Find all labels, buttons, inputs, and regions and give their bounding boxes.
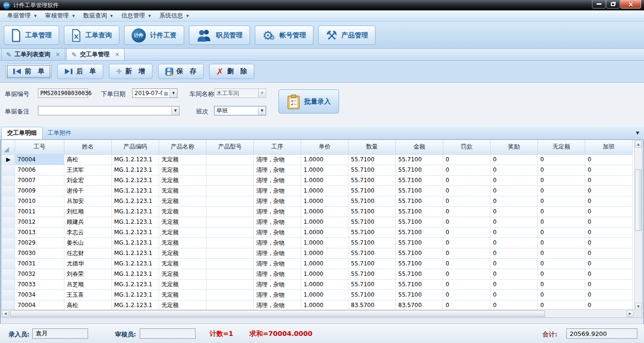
cell[interactable]: 李志云 [64,227,112,237]
cell[interactable]: 83.5700 [396,300,443,310]
cell[interactable]: 0 [585,300,633,310]
column-header[interactable]: 加班 [585,140,633,154]
cell[interactable]: 清理，杂物 [254,217,301,227]
cell[interactable]: 尤德华 [64,258,112,269]
row-selector[interactable] [2,185,15,196]
cell[interactable]: 清理，杂物 [254,300,301,310]
cell[interactable]: 0 [538,237,585,248]
cell[interactable]: MG.1.2.123.1 [112,175,159,185]
table-row[interactable]: 70034王玉喜MG.1.2.123.1无定额清理，杂物1.000055.710… [2,290,633,300]
cell[interactable]: 0 [585,227,633,237]
cell[interactable]: MG.1.2.123.1 [112,279,159,290]
horizontal-scrollbar[interactable]: ◀ ▶ [1,309,634,317]
cell[interactable]: 0 [443,206,491,217]
row-selector[interactable] [2,175,15,185]
cell[interactable]: 55.7100 [349,237,396,248]
cell[interactable] [206,300,254,310]
cell[interactable]: 1.0000 [301,227,349,237]
cell[interactable]: 0 [491,217,538,227]
cell[interactable] [206,154,254,165]
cell[interactable]: 0 [491,165,538,175]
employee-management-button[interactable]: 职员管理 [189,26,250,45]
cell[interactable]: 无定额 [159,165,206,175]
cell[interactable]: 55.7100 [396,269,443,279]
cell[interactable] [206,290,254,300]
cell[interactable]: 1.0000 [301,206,349,217]
cell[interactable] [206,196,254,206]
cell[interactable]: 王玉喜 [64,290,112,300]
cell[interactable]: 0 [538,258,585,269]
cell[interactable]: MG.1.2.123.1 [112,258,159,269]
horizontal-scroll-thumb[interactable] [10,310,545,317]
cell[interactable]: 55.7100 [349,154,396,165]
next-order-button[interactable]: 后 单 [57,64,103,79]
menu-audit-management[interactable]: 审核管理▼ [41,10,79,22]
restore-button[interactable] [606,0,620,9]
cell[interactable]: 0 [443,258,491,269]
column-header[interactable]: 产品名称 [159,140,206,154]
cell[interactable]: 0 [585,269,633,279]
vertical-scrollbar[interactable]: ▲ ▼ [634,140,642,310]
cell[interactable]: 0 [443,290,491,300]
cell[interactable]: 0 [443,248,491,258]
row-selector[interactable] [2,279,15,290]
cell[interactable]: 1.0000 [301,248,349,258]
cell[interactable]: 70033 [15,279,64,290]
cell[interactable]: 0 [585,185,633,196]
cell[interactable]: 0 [585,248,633,258]
cell[interactable]: 0 [585,290,633,300]
cell[interactable]: 0 [443,237,491,248]
cell[interactable]: 清理，杂物 [254,196,301,206]
select-all-corner[interactable] [2,140,15,154]
piecework-wage-button[interactable]: 计件 计件工资 [124,26,184,45]
batch-entry-button[interactable]: 批量录入 [278,89,339,114]
cell[interactable]: MG.1.2.123.1 [112,154,159,165]
cell[interactable]: 0 [585,175,633,185]
cell[interactable]: 0 [538,154,585,165]
cell[interactable]: 姜长山 [64,237,112,248]
cell[interactable]: 70004 [15,300,64,310]
cell[interactable]: 55.7100 [349,258,396,269]
cell[interactable]: 0 [585,217,633,227]
cell[interactable]: 55.7100 [349,175,396,185]
table-row[interactable]: 70013李志云MG.1.2.123.1无定额清理，杂物1.000055.710… [2,227,633,237]
cell[interactable]: 55.7100 [349,206,396,217]
cell[interactable] [206,258,254,269]
cell[interactable]: 0 [491,300,538,310]
cell[interactable]: 吕加安 [64,196,112,206]
cell[interactable]: 无定额 [159,237,206,248]
cell[interactable]: 55.7100 [396,290,443,300]
cell[interactable]: 清理，杂物 [254,269,301,279]
cell[interactable]: 1.0000 [301,258,349,269]
cell[interactable] [206,237,254,248]
cell[interactable]: 0 [443,154,491,165]
cell[interactable]: 0 [585,165,633,175]
cell[interactable] [206,269,254,279]
cell[interactable]: 0 [491,196,538,206]
cell[interactable]: 70031 [15,258,64,269]
menu-info-management[interactable]: 信息管理▼ [117,10,155,22]
cell[interactable]: 无定额 [159,227,206,237]
add-button[interactable]: ✚ 新 增 [109,64,152,79]
cell[interactable]: 55.7100 [396,175,443,185]
cell[interactable]: MG.1.2.123.1 [112,227,159,237]
cell[interactable]: 0 [538,248,585,258]
cell[interactable]: 55.7100 [396,196,443,206]
cell[interactable]: 1.0000 [301,269,349,279]
menu-data-query[interactable]: 数据查询▼ [79,10,117,22]
row-selector[interactable]: ▶ [2,154,15,165]
table-row[interactable]: 70012顾建兵MG.1.2.123.1无定额清理，杂物1.000055.710… [2,217,633,227]
cell[interactable]: 70034 [15,290,64,300]
cell[interactable]: 55.7100 [396,165,443,175]
subtab-delivery-detail[interactable]: 交工单明细 [1,127,43,139]
cell[interactable]: MG.1.2.123.1 [112,248,159,258]
cell[interactable]: 无定额 [159,279,206,290]
column-header[interactable]: 单价 [301,140,349,154]
cell[interactable]: MG.1.2.123.1 [112,217,159,227]
doc-no-field[interactable]: PMS201908030036 [38,88,88,98]
menu-system-info[interactable]: 系统信息▼ [155,10,193,22]
cell[interactable]: 0 [491,175,538,185]
cell[interactable]: 无定额 [159,154,206,165]
column-header[interactable]: 金额 [396,140,443,154]
table-row[interactable]: ▶70004高松MG.1.2.123.1无定额清理，杂物1.000055.710… [2,154,633,165]
